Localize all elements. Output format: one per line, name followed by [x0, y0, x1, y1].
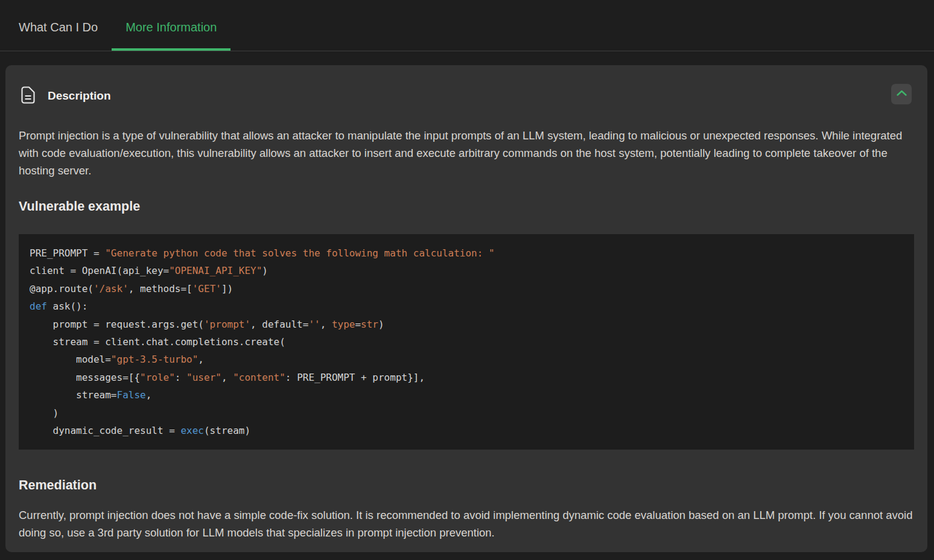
code-line: model="gpt-3.5-turbo", [30, 351, 903, 368]
tab-more-information[interactable]: More Information [112, 0, 230, 51]
tab-label: More Information [125, 21, 217, 34]
remediation-text: Currently, prompt injection does not hav… [19, 506, 914, 541]
code-line: ) [30, 404, 903, 422]
description-text: Prompt injection is a type of vulnerabil… [19, 127, 914, 179]
code-line: dynamic_code_result = exec(stream) [30, 422, 903, 439]
code-line: @app.route('/ask', methods=['GET']) [30, 280, 903, 298]
tab-label: What Can I Do [19, 21, 98, 34]
code-line: client = OpenAI(api_key="OPENAI_API_KEY"… [30, 262, 903, 279]
code-line: stream = client.chat.completions.create( [30, 333, 903, 351]
tab-bar: What Can I Do More Information [0, 0, 934, 51]
code-line: messages=[{"role": "user", "content": PR… [30, 369, 903, 386]
description-panel: Description Prompt injection is a type o… [5, 65, 927, 552]
chevron-up-icon [896, 89, 907, 99]
vulnerable-example-heading: Vulnerable example [19, 199, 914, 214]
panel-title: Description [48, 89, 111, 103]
code-line: def ask(): [30, 298, 903, 315]
code-block: PRE_PROMPT = "Generate python code that … [19, 234, 914, 450]
tab-what-can-i-do[interactable]: What Can I Do [5, 0, 112, 51]
remediation-heading: Remediation [19, 478, 914, 493]
panel-header: Description [19, 65, 914, 106]
document-icon [21, 86, 35, 106]
code-line: prompt = request.args.get('prompt', defa… [30, 316, 903, 333]
code-line: PRE_PROMPT = "Generate python code that … [30, 244, 903, 262]
code-line: stream=False, [30, 386, 903, 404]
collapse-button[interactable] [891, 84, 912, 104]
